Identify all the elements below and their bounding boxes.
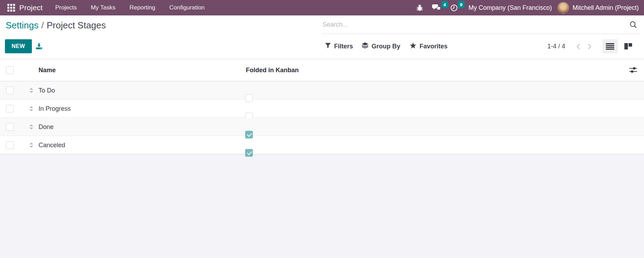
stage-name[interactable]: In Progress [39, 105, 71, 112]
drag-handle-icon[interactable] [29, 88, 33, 93]
top-navbar: Project Projects My Tasks Reporting Conf… [0, 0, 644, 15]
row-select-checkbox[interactable] [6, 87, 14, 94]
new-button[interactable]: NEW [5, 39, 32, 53]
group-by-button[interactable]: Group By [362, 39, 400, 53]
user-avatar [558, 2, 569, 14]
kanban-view-button[interactable] [621, 39, 636, 53]
filters-label: Filters [334, 43, 353, 50]
table-row[interactable]: To Do [0, 81, 644, 100]
search-icon[interactable] [629, 21, 637, 29]
favorites-button[interactable]: Favorites [410, 39, 448, 53]
table-row[interactable]: Done [0, 118, 644, 136]
star-icon [410, 42, 416, 50]
activities-clock-icon[interactable]: 9 [446, 0, 462, 15]
stage-name[interactable]: Canceled [39, 141, 65, 149]
debug-bug-icon[interactable] [412, 0, 428, 15]
row-select-checkbox[interactable] [6, 141, 14, 149]
menu-projects[interactable]: Projects [48, 0, 84, 15]
app-name[interactable]: Project [19, 4, 43, 12]
optional-columns-sliders-icon[interactable] [629, 59, 637, 81]
table-row[interactable]: Canceled [0, 136, 644, 154]
drag-handle-icon[interactable] [29, 124, 33, 129]
row-select-checkbox[interactable] [6, 105, 14, 113]
table-row[interactable]: In Progress [0, 100, 644, 118]
main-menu: Projects My Tasks Reporting Configuratio… [48, 0, 212, 15]
menu-my-tasks[interactable]: My Tasks [84, 0, 123, 15]
breadcrumb: Settings/Project Stages [6, 20, 106, 31]
stage-name[interactable]: Done [39, 123, 54, 130]
apps-grid-icon[interactable] [5, 0, 17, 15]
favorites-label: Favorites [420, 43, 448, 50]
activities-count-badge: 9 [458, 1, 465, 8]
messages-icon[interactable]: 4 [428, 0, 446, 15]
view-switcher [602, 39, 636, 53]
folded-checkbox[interactable] [245, 149, 253, 157]
breadcrumb-separator: / [39, 20, 47, 30]
user-menu[interactable]: Mitchell Admin (Project) [558, 2, 639, 14]
column-header-name[interactable]: Name [39, 59, 56, 81]
filter-funnel-icon [325, 43, 331, 50]
page-title: Project Stages [47, 20, 106, 30]
table-header-row: Name Folded in Kanban [0, 59, 644, 81]
content-background [0, 154, 644, 258]
search-input[interactable] [321, 21, 629, 28]
stage-name[interactable]: To Do [39, 87, 55, 94]
control-panel: Settings/Project Stages NEW Filters [0, 15, 644, 59]
stage-list: To Do In Progress Done Canceled [0, 81, 644, 154]
menu-configuration[interactable]: Configuration [162, 0, 212, 15]
breadcrumb-settings-link[interactable]: Settings [6, 20, 39, 30]
user-name: Mitchell Admin (Project) [573, 4, 639, 12]
list-view-button[interactable] [602, 39, 618, 53]
group-by-label: Group By [372, 43, 400, 50]
pager-next-icon[interactable] [587, 43, 592, 50]
navbar-right: 4 9 My Company (San Francisco) Mitchell … [412, 0, 639, 15]
drag-handle-icon[interactable] [29, 106, 33, 111]
menu-reporting[interactable]: Reporting [123, 0, 162, 15]
pager-range[interactable]: 1-4 / 4 [547, 39, 565, 53]
filters-button[interactable]: Filters [325, 39, 353, 53]
pager-previous-icon[interactable] [576, 43, 581, 50]
export-download-icon[interactable] [36, 43, 42, 49]
row-select-checkbox[interactable] [6, 123, 14, 131]
column-header-folded[interactable]: Folded in Kanban [246, 59, 299, 81]
layers-icon [362, 42, 368, 50]
drag-handle-icon[interactable] [29, 143, 33, 148]
select-all-checkbox[interactable] [6, 66, 14, 74]
search-bar [321, 15, 639, 34]
company-switcher[interactable]: My Company (San Francisco) [462, 4, 558, 12]
